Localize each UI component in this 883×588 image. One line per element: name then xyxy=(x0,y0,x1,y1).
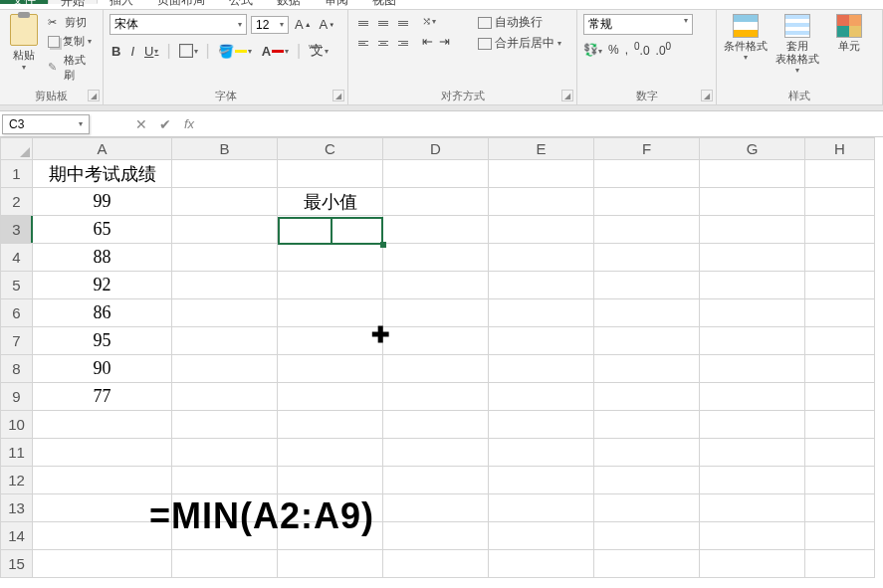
column-header[interactable]: H xyxy=(805,138,875,160)
cell[interactable] xyxy=(594,216,700,244)
cell[interactable] xyxy=(33,439,172,467)
column-header[interactable]: F xyxy=(594,138,700,160)
align-middle-button[interactable] xyxy=(374,14,392,32)
cell[interactable]: 最小值 xyxy=(278,188,383,216)
cell[interactable] xyxy=(278,439,383,467)
cell[interactable] xyxy=(489,522,594,550)
cell[interactable]: 92 xyxy=(33,272,172,299)
column-header[interactable]: B xyxy=(172,138,278,160)
cell[interactable] xyxy=(489,272,594,299)
cell[interactable] xyxy=(489,216,594,244)
wrap-text-button[interactable]: 自动换行 xyxy=(478,14,561,31)
row-header[interactable]: 15 xyxy=(1,550,33,578)
spreadsheet-grid[interactable]: ABCDEFGH1期中考试成绩299最小值3654885926867958909… xyxy=(0,137,883,578)
cell[interactable] xyxy=(489,383,594,411)
row-header[interactable]: 4 xyxy=(1,244,33,272)
format-painter-button[interactable]: ✎格式刷 xyxy=(46,52,97,84)
cell[interactable] xyxy=(278,383,383,411)
tab-file[interactable]: 文件 xyxy=(0,0,48,4)
merge-center-button[interactable]: 合并后居中▾ xyxy=(478,35,561,52)
italic-button[interactable]: I xyxy=(128,43,136,60)
cell[interactable] xyxy=(383,188,489,216)
cell[interactable] xyxy=(383,411,489,439)
cell[interactable] xyxy=(700,383,805,411)
fill-color-button[interactable]: 🪣▾ xyxy=(216,43,254,60)
cell[interactable] xyxy=(700,467,805,494)
row-header[interactable]: 13 xyxy=(1,494,33,522)
row-header[interactable]: 10 xyxy=(1,411,33,439)
cell[interactable] xyxy=(383,494,489,522)
cell[interactable] xyxy=(594,160,700,188)
cell[interactable] xyxy=(594,188,700,216)
cell[interactable] xyxy=(33,467,172,494)
cell[interactable] xyxy=(700,272,805,299)
decrease-indent-button[interactable]: ⇤ xyxy=(420,33,435,50)
cell[interactable] xyxy=(172,216,278,244)
cell[interactable] xyxy=(805,327,875,355)
row-header[interactable]: 9 xyxy=(1,383,33,411)
cell[interactable] xyxy=(805,272,875,299)
cell[interactable] xyxy=(700,216,805,244)
cell[interactable] xyxy=(172,244,278,272)
cell[interactable] xyxy=(278,244,383,272)
cell[interactable] xyxy=(805,411,875,439)
cell[interactable] xyxy=(489,494,594,522)
font-color-button[interactable]: A▾ xyxy=(260,43,291,60)
cell[interactable] xyxy=(594,522,700,550)
phonetic-button[interactable]: wén文▾ xyxy=(307,41,331,61)
tab-view[interactable]: 视图 xyxy=(360,0,408,4)
cell[interactable] xyxy=(700,160,805,188)
cell[interactable] xyxy=(700,299,805,327)
decrease-font-button[interactable]: A▼ xyxy=(318,16,337,33)
cell[interactable] xyxy=(383,439,489,467)
cell[interactable] xyxy=(805,244,875,272)
tab-data[interactable]: 数据 xyxy=(265,0,313,4)
cell[interactable] xyxy=(594,299,700,327)
dialog-launcher-icon[interactable]: ◢ xyxy=(332,90,344,101)
cell[interactable]: 86 xyxy=(33,299,172,327)
cell[interactable] xyxy=(383,299,489,327)
cell[interactable] xyxy=(383,522,489,550)
cell[interactable] xyxy=(805,355,875,383)
cell[interactable] xyxy=(805,383,875,411)
row-header[interactable]: 14 xyxy=(1,522,33,550)
cell[interactable] xyxy=(489,244,594,272)
cell[interactable] xyxy=(594,467,700,494)
cell[interactable] xyxy=(489,160,594,188)
cell[interactable] xyxy=(489,188,594,216)
cell[interactable] xyxy=(172,327,278,355)
insert-function-button[interactable]: fx xyxy=(177,116,201,131)
cell[interactable] xyxy=(489,550,594,578)
cell[interactable]: 77 xyxy=(33,383,172,411)
dialog-launcher-icon[interactable]: ◢ xyxy=(88,90,100,101)
cell[interactable] xyxy=(278,550,383,578)
cell[interactable] xyxy=(383,272,489,299)
cell[interactable] xyxy=(594,550,700,578)
cell[interactable] xyxy=(278,160,383,188)
cell[interactable] xyxy=(278,411,383,439)
cell[interactable] xyxy=(594,383,700,411)
cell[interactable] xyxy=(383,216,489,244)
align-right-button[interactable] xyxy=(394,34,412,52)
fill-handle[interactable] xyxy=(380,242,386,248)
column-header[interactable]: A xyxy=(33,138,172,160)
cell[interactable] xyxy=(805,299,875,327)
cell[interactable] xyxy=(33,411,172,439)
cell[interactable]: 88 xyxy=(33,244,172,272)
dialog-launcher-icon[interactable]: ◢ xyxy=(701,90,713,101)
font-size-combo[interactable]: 12▾ xyxy=(251,16,289,34)
cell[interactable] xyxy=(594,411,700,439)
row-header[interactable]: 6 xyxy=(1,299,33,327)
cell[interactable] xyxy=(278,467,383,494)
cell[interactable] xyxy=(278,355,383,383)
cell[interactable] xyxy=(489,467,594,494)
cell[interactable] xyxy=(172,299,278,327)
cell[interactable] xyxy=(383,550,489,578)
cell[interactable] xyxy=(805,494,875,522)
increase-decimal-button[interactable]: 0.0 xyxy=(634,41,650,58)
cell[interactable] xyxy=(383,244,489,272)
cell[interactable] xyxy=(172,272,278,299)
cell[interactable]: 99 xyxy=(33,188,172,216)
increase-indent-button[interactable]: ⇥ xyxy=(437,33,452,50)
copy-button[interactable]: 复制▾ xyxy=(46,33,97,50)
